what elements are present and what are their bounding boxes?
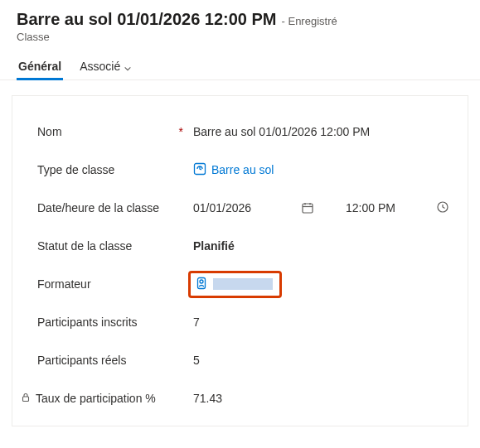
label-actual: Participants réels bbox=[37, 354, 126, 367]
label-class-type: Type de classe bbox=[37, 163, 114, 176]
field-trainer: Formateur bbox=[37, 265, 454, 303]
value-actual[interactable]: 5 bbox=[193, 354, 454, 367]
field-class-type: Type de classe Barre au sol bbox=[37, 151, 454, 189]
class-type-icon bbox=[193, 162, 206, 178]
svg-point-7 bbox=[200, 280, 203, 283]
page-title: Barre au sol 01/01/2026 12:00 PM bbox=[17, 10, 277, 29]
svg-rect-1 bbox=[303, 204, 313, 213]
trainer-lookup-highlight bbox=[188, 271, 282, 298]
required-marker: * bbox=[179, 125, 183, 138]
label-name: Nom bbox=[37, 125, 62, 138]
field-status: Statut de la classe Planifié bbox=[37, 227, 454, 265]
class-type-text: Barre au sol bbox=[211, 163, 274, 176]
svg-rect-8 bbox=[23, 397, 29, 402]
tab-general[interactable]: Général bbox=[17, 55, 63, 79]
lock-icon bbox=[21, 392, 31, 405]
saved-indicator: - Enregistré bbox=[282, 15, 337, 27]
label-datetime: Date/heure de la classe bbox=[37, 201, 159, 214]
field-datetime: Date/heure de la classe 01/01/2026 12:00… bbox=[37, 189, 454, 227]
tab-general-label: Général bbox=[18, 60, 61, 73]
value-participation: 71.43 bbox=[193, 392, 454, 405]
trainer-value-redacted[interactable] bbox=[213, 278, 273, 290]
tab-bar: Général Associé bbox=[0, 46, 480, 80]
value-registered[interactable]: 7 bbox=[193, 316, 454, 329]
value-name[interactable]: Barre au sol 01/01/2026 12:00 PM bbox=[193, 125, 454, 138]
label-status: Statut de la classe bbox=[37, 239, 132, 253]
field-actual: Participants réels 5 bbox=[37, 341, 454, 379]
tab-related-label: Associé bbox=[80, 60, 120, 73]
field-participation: Taux de participation % 71.43 bbox=[37, 379, 454, 417]
label-trainer: Formateur bbox=[37, 277, 91, 291]
entity-name: Classe bbox=[17, 31, 463, 43]
calendar-icon[interactable] bbox=[293, 201, 322, 214]
form-panel: Nom * Barre au sol 01/01/2026 12:00 PM T… bbox=[12, 95, 468, 426]
tab-related[interactable]: Associé bbox=[78, 55, 133, 79]
field-name: Nom * Barre au sol 01/01/2026 12:00 PM bbox=[37, 113, 454, 151]
field-registered: Participants inscrits 7 bbox=[37, 303, 454, 341]
page-header: Barre au sol 01/01/2026 12:00 PM - Enreg… bbox=[0, 0, 480, 46]
person-icon bbox=[195, 277, 208, 292]
value-time[interactable]: 12:00 PM bbox=[331, 201, 422, 214]
class-type-link[interactable]: Barre au sol bbox=[193, 162, 274, 178]
clock-icon[interactable] bbox=[436, 200, 454, 216]
value-status[interactable]: Planifié bbox=[193, 239, 454, 253]
value-date[interactable]: 01/01/2026 bbox=[193, 201, 284, 214]
chevron-down-icon bbox=[124, 62, 132, 70]
label-participation: Taux de participation % bbox=[36, 392, 156, 405]
label-registered: Participants inscrits bbox=[37, 316, 138, 329]
